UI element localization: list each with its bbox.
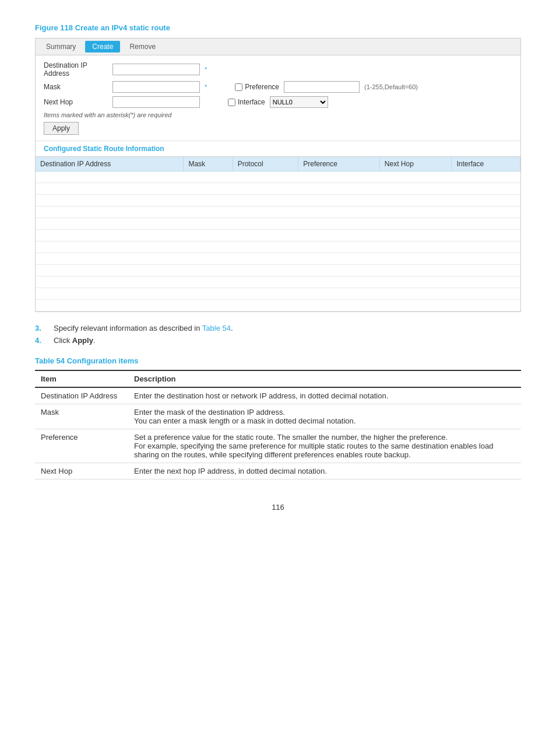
step-4-num: 4. xyxy=(35,336,47,345)
config-desc-2: Set a preference value for the static ro… xyxy=(128,429,521,463)
config-col-desc: Description xyxy=(128,370,521,387)
col-dest-ip: Destination IP Address xyxy=(36,157,184,172)
step-4-text: Click Apply. xyxy=(54,336,96,345)
step-3: 3. Specify relevant information as descr… xyxy=(35,324,521,332)
table-row xyxy=(36,195,520,206)
config-item-2: Preference xyxy=(35,429,128,463)
preference-section: Preference (1-255,Default=60) xyxy=(235,81,418,93)
configured-routes-heading: Configured Static Route Information xyxy=(36,141,520,157)
col-next-hop: Next Hop xyxy=(379,157,452,172)
dest-ip-row: Destination IP Address * xyxy=(44,61,512,78)
mask-asterisk: * xyxy=(205,83,207,90)
config-table-row: Next HopEnter the next hop IP address, i… xyxy=(35,463,521,480)
config-item-3: Next Hop xyxy=(35,463,128,480)
config-desc-3: Enter the next hop IP address, in dotted… xyxy=(128,463,521,480)
dest-ip-label: Destination IP Address xyxy=(44,61,108,78)
step-3-text: Specify relevant information as describe… xyxy=(54,324,233,332)
table-row xyxy=(36,230,520,242)
required-note: Items marked with an asterisk(*) are req… xyxy=(44,111,512,118)
tab-summary[interactable]: Summary xyxy=(39,41,83,52)
figure-title: Figure 118 Create an IPv4 static route xyxy=(35,23,521,32)
config-table-row: PreferenceSet a preference value for the… xyxy=(35,429,521,463)
table54-link[interactable]: Table 54 xyxy=(202,324,231,332)
config-desc-0: Enter the destination host or network IP… xyxy=(128,387,521,404)
preference-input[interactable] xyxy=(284,81,360,93)
table-row xyxy=(36,206,520,218)
table-row xyxy=(36,288,520,300)
table-row xyxy=(36,265,520,276)
static-routes-table: Destination IP Address Mask Protocol Pre… xyxy=(36,157,520,312)
step-4-apply-bold: Apply xyxy=(72,336,93,345)
table-row xyxy=(36,218,520,230)
step-3-num: 3. xyxy=(35,324,47,332)
step-4: 4. Click Apply. xyxy=(35,336,521,345)
page-number: 116 xyxy=(35,503,521,512)
interface-checkbox[interactable] xyxy=(228,99,235,106)
dest-ip-input[interactable] xyxy=(112,64,200,75)
interface-label-text: Interface xyxy=(238,98,265,106)
table-row xyxy=(36,172,520,183)
config-item-0: Destination IP Address xyxy=(35,387,128,404)
dest-ip-asterisk: * xyxy=(205,66,207,73)
steps-list: 3. Specify relevant information as descr… xyxy=(35,324,521,345)
apply-button[interactable]: Apply xyxy=(44,122,79,135)
preference-checkbox-label[interactable]: Preference xyxy=(235,83,279,91)
preference-hint: (1-255,Default=60) xyxy=(364,83,418,90)
config-item-1: Mask xyxy=(35,404,128,429)
interface-section: Interface NULL0 xyxy=(228,96,328,108)
interface-checkbox-label[interactable]: Interface xyxy=(228,98,265,106)
col-preference: Preference xyxy=(298,157,380,172)
tab-remove[interactable]: Remove xyxy=(122,41,163,52)
nexthop-interface-row: Next Hop Interface NULL0 xyxy=(44,96,512,108)
next-hop-input[interactable] xyxy=(112,96,200,108)
table-row xyxy=(36,253,520,265)
mask-input[interactable] xyxy=(112,81,200,93)
col-protocol: Protocol xyxy=(233,157,298,172)
mask-label: Mask xyxy=(44,83,108,91)
table-row xyxy=(36,183,520,195)
ui-box: Summary Create Remove Destination IP Add… xyxy=(35,38,521,312)
preference-label-text: Preference xyxy=(245,83,279,91)
config-desc-1: Enter the mask of the destination IP add… xyxy=(128,404,521,429)
tab-create[interactable]: Create xyxy=(85,41,120,52)
config-table: Item Description Destination IP AddressE… xyxy=(35,370,521,480)
col-mask: Mask xyxy=(184,157,233,172)
table-row xyxy=(36,276,520,288)
table-row xyxy=(36,300,520,312)
tab-bar: Summary Create Remove xyxy=(36,38,520,55)
col-interface: Interface xyxy=(452,157,520,172)
config-table-title: Table 54 Configuration items xyxy=(35,356,521,365)
config-table-row: Destination IP AddressEnter the destinat… xyxy=(35,387,521,404)
next-hop-label: Next Hop xyxy=(44,98,108,106)
config-col-item: Item xyxy=(35,370,128,387)
preference-checkbox[interactable] xyxy=(235,83,242,91)
config-table-row: MaskEnter the mask of the destination IP… xyxy=(35,404,521,429)
mask-pref-row: Mask * Preference (1-255,Default=60) xyxy=(44,81,512,93)
interface-select[interactable]: NULL0 xyxy=(270,96,328,108)
table-row xyxy=(36,242,520,253)
form-area: Destination IP Address * Mask * Preferen… xyxy=(36,55,520,141)
